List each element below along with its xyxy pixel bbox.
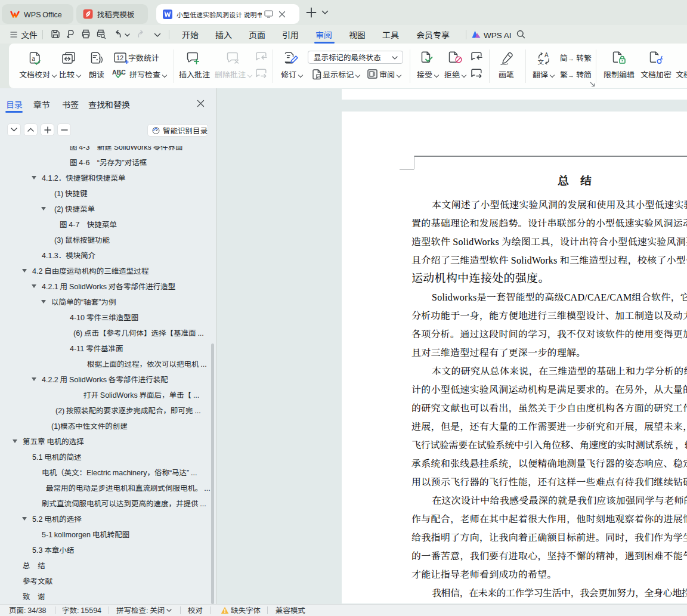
svg-text:A: A	[544, 52, 549, 59]
svg-text:ABC: ABC	[112, 69, 126, 76]
svg-text:12: 12	[116, 54, 123, 61]
svg-text:a: a	[32, 54, 36, 63]
svg-text:文: 文	[538, 57, 544, 65]
